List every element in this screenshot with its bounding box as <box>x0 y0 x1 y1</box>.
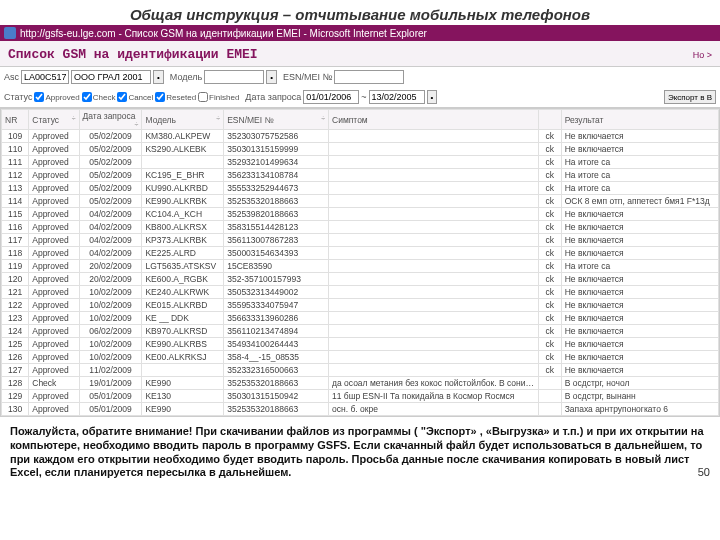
status-cancel-checkbox[interactable] <box>117 92 127 102</box>
date-to-input[interactable] <box>369 90 425 104</box>
table-row[interactable]: 109Approved05/02/2009KM380.ALKPEW3523030… <box>2 130 719 143</box>
table-header-row: NR Статус÷ Дата запроса÷ Модель÷ ESN/MEI… <box>2 110 719 130</box>
asc-code-input[interactable] <box>21 70 69 84</box>
slide-title: Общая инструкция – отчитывание мобильных… <box>0 0 720 25</box>
footer-note: Пожалуйста, обратите внимание! При скачи… <box>0 417 720 484</box>
esn-label: ESN/MEI № <box>283 72 332 82</box>
table-row[interactable]: 127Approved11/02/2009352332316500663ckНе… <box>2 364 719 377</box>
table-row[interactable]: 110Approved05/02/2009KS290.ALKEBK3503013… <box>2 143 719 156</box>
model-go-button[interactable]: • <box>266 70 277 84</box>
th-date[interactable]: Дата запроса÷ <box>79 110 142 130</box>
table-row[interactable]: 123Approved10/02/2009KE __ DDK3566333139… <box>2 312 719 325</box>
table-row[interactable]: 125Approved10/02/2009KE990.ALKRBS3549341… <box>2 338 719 351</box>
page-header: Список GSM на идентификации EMEI Но > <box>0 41 720 67</box>
th-nr[interactable]: NR <box>2 110 29 130</box>
date-label: Дата запроса <box>245 92 301 102</box>
table-row[interactable]: 122Approved10/02/2009KE015.ALKRBD3559533… <box>2 299 719 312</box>
data-table: NR Статус÷ Дата запроса÷ Модель÷ ESN/MEI… <box>1 109 719 416</box>
data-table-wrap: NR Статус÷ Дата запроса÷ Модель÷ ESN/MEI… <box>0 108 720 417</box>
th-esn[interactable]: ESN/MEI №÷ <box>224 110 329 130</box>
ie-window-titlebar: http://gsfs-eu.lge.com - Список GSM на и… <box>0 25 720 41</box>
table-row[interactable]: 126Approved10/02/2009KE00.ALKRKSJ358-4__… <box>2 351 719 364</box>
th-cb[interactable] <box>538 110 561 130</box>
table-row[interactable]: 119Approved20/02/2009LGT5635.ATSKSV15CE8… <box>2 260 719 273</box>
asc-name-input[interactable] <box>71 70 151 84</box>
go-button[interactable]: • <box>153 70 164 84</box>
table-row[interactable]: 111Approved05/02/2009352932101499634ckНа… <box>2 156 719 169</box>
table-row[interactable]: 115Approved04/02/2009KC104.A_KCH35253982… <box>2 208 719 221</box>
table-row[interactable]: 129Approved05/01/2009KE13035030131515094… <box>2 390 719 403</box>
model-input[interactable] <box>204 70 264 84</box>
esn-input[interactable] <box>334 70 404 84</box>
ie-window-title: http://gsfs-eu.lge.com - Список GSM на и… <box>20 28 427 39</box>
table-row[interactable]: 113Approved05/02/2009KU990.ALKRBD3555332… <box>2 182 719 195</box>
status-check-checkbox[interactable] <box>82 92 92 102</box>
model-label: Модель <box>170 72 202 82</box>
table-row[interactable]: 117Approved04/02/2009KP373.ALKRBK3561130… <box>2 234 719 247</box>
th-model[interactable]: Модель÷ <box>142 110 224 130</box>
table-row[interactable]: 118Approved04/02/2009KE225.ALRD350003154… <box>2 247 719 260</box>
status-label: Статус <box>4 92 32 102</box>
th-sym[interactable]: Симптом <box>329 110 539 130</box>
page-title: Список GSM на идентификации EMEI <box>8 47 258 62</box>
status-approved-checkbox[interactable] <box>34 92 44 102</box>
export-button[interactable]: Экспорт в В <box>664 90 716 104</box>
date-from-input[interactable] <box>303 90 359 104</box>
status-finished-checkbox[interactable] <box>198 92 208 102</box>
table-row[interactable]: 114Approved05/02/2009KE990.ALKRBK3525353… <box>2 195 719 208</box>
table-row[interactable]: 128Check19/01/2009KE990352535320188663да… <box>2 377 719 390</box>
table-row[interactable]: 130Approved05/01/2009KE99035253532018866… <box>2 403 719 416</box>
th-status[interactable]: Статус÷ <box>29 110 79 130</box>
ie-icon <box>4 27 16 39</box>
table-row[interactable]: 120Approved20/02/2009KE600.A_RGBK352-357… <box>2 273 719 286</box>
table-row[interactable]: 116Approved04/02/2009KB800.ALKRSX3583155… <box>2 221 719 234</box>
filter-bar: Asc • Модель • ESN/MEI № Статус Approved… <box>0 67 720 108</box>
table-row[interactable]: 121Approved10/02/2009KE240.ALKRWK3505323… <box>2 286 719 299</box>
table-row[interactable]: 124Approved06/02/2009KB970.ALKRSD3561102… <box>2 325 719 338</box>
status-reseted-checkbox[interactable] <box>155 92 165 102</box>
table-row[interactable]: 112Approved05/02/2009KC195_E_BHR35623313… <box>2 169 719 182</box>
th-res[interactable]: Результат <box>561 110 718 130</box>
asc-label: Asc <box>4 72 19 82</box>
date-go-button[interactable]: • <box>427 90 438 104</box>
page-number: 50 <box>698 466 710 480</box>
help-link[interactable]: Но > <box>693 50 712 60</box>
